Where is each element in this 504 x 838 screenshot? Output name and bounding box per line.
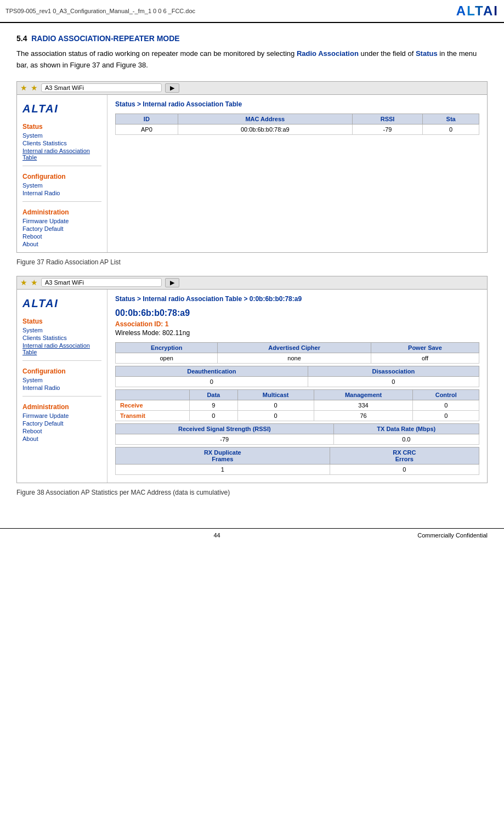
- sidebar-factory-38[interactable]: Factory Default: [17, 420, 107, 427]
- stats-table4: Received Signal Strength (RSSI) TX Data …: [115, 423, 479, 445]
- td-rssi-val: -79: [116, 434, 334, 444]
- sidebar-firmware-38[interactable]: Firmware Update: [17, 412, 107, 420]
- table-row-receive: Receive 9 0 334 0: [116, 400, 479, 410]
- detail-mac: 00:0b:6b:b0:78:a9: [115, 308, 479, 318]
- section-number: 5.4: [16, 34, 31, 43]
- detail-wireless: Wireless Mode: 802.11ng: [115, 329, 479, 337]
- td-transmit-management: 76: [314, 410, 413, 421]
- sidebar-logo-37: ALTAI: [17, 99, 107, 121]
- sidebar-about-38[interactable]: About: [17, 435, 107, 443]
- sidebar-config-system-38[interactable]: System: [17, 376, 107, 384]
- star2-icon-38[interactable]: ★: [31, 278, 38, 287]
- star-icon-38[interactable]: ★: [20, 278, 27, 287]
- sidebar-about-37[interactable]: About: [17, 240, 107, 248]
- altai-logo-sidebar: ALTAI: [22, 103, 101, 115]
- figure38-caption: Figure 38 Association AP Statistics per …: [16, 489, 488, 496]
- label-receive: Receive: [116, 400, 190, 410]
- th-disassoc: Disassociation: [308, 366, 479, 376]
- td-receive-management: 334: [314, 400, 413, 410]
- th-rx-crc: RX CRCErrors: [330, 447, 479, 464]
- table-row: 1 0: [116, 464, 479, 474]
- link-status[interactable]: Status: [416, 49, 438, 58]
- td-transmit-multicast: 0: [237, 410, 314, 421]
- content-area: 5.4 Radio Association-Repeater Mode The …: [0, 29, 504, 517]
- main-content-38: Status > Internal radio Association Tabl…: [107, 290, 487, 483]
- figure37-browser: ★ ★ A3 Smart WiFi ▶ ALTAI Status System …: [16, 81, 488, 253]
- td-disassoc: 0: [308, 376, 479, 387]
- sidebar-divider2-38: [22, 396, 101, 397]
- th-power-save: Power Save: [371, 342, 479, 353]
- sidebar-factory-37[interactable]: Factory Default: [17, 225, 107, 233]
- td-power-save: off: [371, 353, 479, 363]
- breadcrumb-38: Status > Internal radio Association Tabl…: [115, 295, 479, 303]
- page-footer: 44 Commercially Confidential: [0, 528, 504, 542]
- section-title: Radio Association-Repeater Mode: [31, 34, 179, 43]
- altai-logo-sidebar-38: ALTAI: [22, 297, 101, 310]
- th-cipher: Advertised Cipher: [218, 342, 371, 353]
- address-bar-38[interactable]: A3 Smart WiFi: [41, 278, 162, 287]
- td-encryption: open: [116, 353, 218, 363]
- cell-id: AP0: [116, 124, 178, 134]
- col-id: ID: [116, 114, 178, 124]
- sidebar-firmware-37[interactable]: Firmware Update: [17, 217, 107, 225]
- browser-body-38: ALTAI Status System Clients Statistics I…: [17, 290, 487, 483]
- intro-paragraph: The association status of radio working …: [16, 48, 488, 71]
- table-row: open none off: [116, 353, 479, 363]
- browser-toolbar-37: ★ ★ A3 Smart WiFi ▶: [17, 82, 487, 95]
- sidebar-system-37[interactable]: System: [17, 132, 107, 139]
- td-cipher: none: [218, 353, 371, 363]
- star2-icon[interactable]: ★: [31, 83, 38, 92]
- th-deauth: Deauthentication: [116, 366, 308, 376]
- sidebar-clients-38[interactable]: Clients Statistics: [17, 334, 107, 342]
- sidebar-config-system-37[interactable]: System: [17, 182, 107, 189]
- sidebar-reboot-38[interactable]: Reboot: [17, 427, 107, 435]
- th-rssi-full: Received Signal Strength (RSSI): [116, 423, 334, 434]
- link-radio-association[interactable]: Radio Association: [297, 49, 359, 58]
- detail-assoc-id: Association ID: 1: [115, 320, 479, 328]
- th-data: Data: [189, 389, 237, 400]
- sidebar-internal-radio-38[interactable]: Internal Radio: [17, 384, 107, 392]
- cell-rssi: -79: [352, 124, 422, 134]
- sidebar-status-title-37: Status: [17, 121, 107, 132]
- sidebar-admin-title-37: Administration: [17, 206, 107, 217]
- table-row-transmit: Transmit 0 0 76 0: [116, 410, 479, 421]
- td-transmit-control: 0: [413, 410, 479, 421]
- sidebar-system-38[interactable]: System: [17, 326, 107, 334]
- th-multicast: Multicast: [237, 389, 314, 400]
- table-row[interactable]: AP0 00:0b:6b:b0:78:a9 -79 0: [116, 124, 479, 134]
- breadcrumb-37: Status > Internal radio Association Tabl…: [115, 100, 479, 108]
- label-transmit: Transmit: [116, 410, 190, 421]
- association-table-37: ID MAC Address RSSI Sta AP0 00:0b:6b:b0:…: [115, 114, 479, 135]
- cell-sta: 0: [423, 124, 479, 134]
- sidebar-37: ALTAI Status System Clients Statistics I…: [17, 95, 107, 252]
- figure38-browser: ★ ★ A3 Smart WiFi ▶ ALTAI Status System …: [16, 276, 488, 483]
- sidebar-clients-37[interactable]: Clients Statistics: [17, 139, 107, 147]
- stats-table5: RX DuplicateFrames RX CRCErrors 1 0: [115, 447, 479, 475]
- sidebar-divider2-37: [22, 201, 101, 202]
- sidebar-38: ALTAI Status System Clients Statistics I…: [17, 290, 107, 483]
- browser-go-btn-38[interactable]: ▶: [165, 278, 179, 287]
- figure37-caption: Figure 37 Radio Association AP List: [16, 258, 488, 266]
- td-receive-data: 9: [189, 400, 237, 410]
- page-number: 44: [213, 532, 220, 539]
- td-receive-multicast: 0: [237, 400, 314, 410]
- cell-mac: 00:0b:6b:b0:78:a9: [178, 124, 352, 134]
- stats-table3: Data Multicast Management Control Receiv…: [115, 389, 479, 421]
- col-sta: Sta: [423, 114, 479, 124]
- table-row: 0 0: [116, 376, 479, 387]
- main-content-37: Status > Internal radio Association Tabl…: [107, 95, 487, 252]
- sidebar-divider1-37: [22, 166, 101, 166]
- star-icon[interactable]: ★: [20, 83, 27, 92]
- sidebar-association-38[interactable]: Internal radio Association Table: [17, 342, 107, 356]
- sidebar-reboot-37[interactable]: Reboot: [17, 233, 107, 240]
- sidebar-association-37[interactable]: Internal radio Association Table: [17, 147, 107, 161]
- table-row: -79 0.0: [116, 434, 479, 444]
- sidebar-internal-radio-37[interactable]: Internal Radio: [17, 189, 107, 197]
- footer-right: Commercially Confidential: [417, 532, 488, 539]
- col-mac: MAC Address: [178, 114, 352, 124]
- col-rssi: RSSI: [352, 114, 422, 124]
- address-bar-37[interactable]: A3 Smart WiFi: [41, 83, 162, 92]
- browser-go-btn[interactable]: ▶: [165, 83, 179, 93]
- altai-logo: ALTAI: [456, 3, 499, 19]
- page-header: TPS09-005_rev1 0_A3_Configuration_Manual…: [0, 0, 504, 23]
